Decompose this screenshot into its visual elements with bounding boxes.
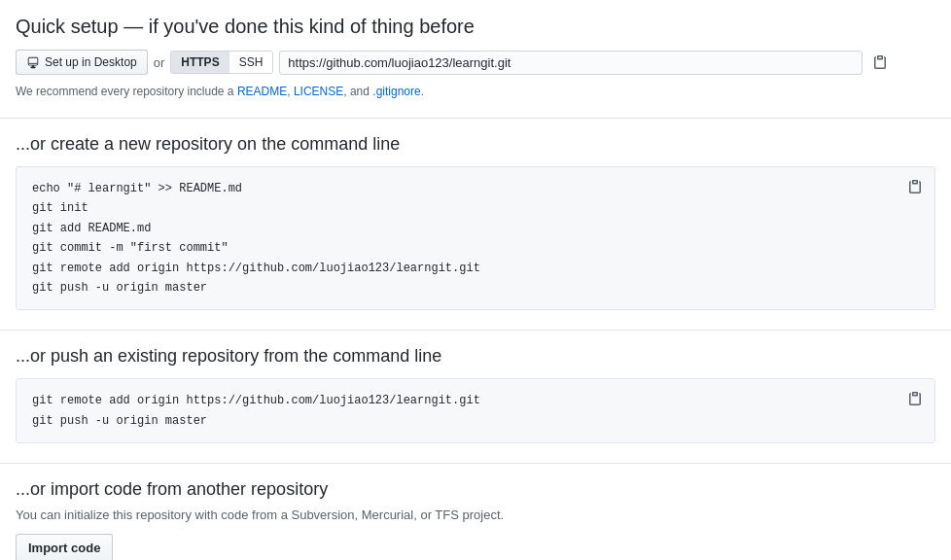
push-existing-section: ...or push an existing repository from t… (0, 331, 951, 464)
import-code-button[interactable]: Import code (16, 534, 113, 560)
create-new-section: ...or create a new repository on the com… (0, 119, 951, 331)
copy-create-new-button[interactable] (903, 175, 927, 201)
copy-push-existing-button[interactable] (903, 387, 927, 413)
repo-url-input[interactable] (288, 55, 854, 70)
push-existing-title: ...or push an existing repository from t… (16, 346, 935, 367)
clipboard-icon-3 (907, 391, 923, 406)
desktop-btn-label: Set up in Desktop (45, 55, 137, 69)
recommend-text: We recommend every repository include a … (16, 85, 935, 98)
setup-desktop-button[interactable]: Set up in Desktop (16, 50, 148, 75)
url-row: Set up in Desktop or HTTPS SSH (16, 50, 935, 75)
create-new-code: echo "# learngit" >> README.md git init … (32, 179, 892, 298)
import-code-section: ...or import code from another repositor… (0, 464, 951, 560)
copy-url-button[interactable] (868, 51, 892, 74)
push-existing-code-block: git remote add origin https://github.com… (16, 378, 935, 443)
and-text: , and (343, 85, 372, 98)
url-input-wrapper (279, 51, 863, 75)
readme-link[interactable]: README (237, 85, 287, 98)
recommend-prefix: We recommend every repository include a (16, 85, 237, 98)
quick-setup-title: Quick setup — if you've done this kind o… (16, 16, 935, 38)
period: . (421, 85, 424, 98)
create-new-title: ...or create a new repository on the com… (16, 134, 935, 155)
desktop-icon (26, 55, 40, 69)
import-title: ...or import code from another repositor… (16, 479, 935, 500)
license-link[interactable]: LICENSE (294, 85, 343, 98)
ssh-button[interactable]: SSH (229, 52, 273, 73)
or-text: or (154, 55, 165, 70)
import-description: You can initialize this repository with … (16, 508, 935, 522)
clipboard-icon-2 (907, 179, 923, 194)
quick-setup-section: Quick setup — if you've done this kind o… (0, 0, 951, 119)
protocol-group: HTTPS SSH (170, 51, 273, 74)
create-new-code-block: echo "# learngit" >> README.md git init … (16, 166, 935, 310)
comma1: , (287, 85, 290, 98)
clipboard-icon (872, 54, 888, 70)
gitignore-link[interactable]: .gitignore (372, 85, 420, 98)
push-existing-code: git remote add origin https://github.com… (32, 391, 892, 431)
https-button[interactable]: HTTPS (171, 52, 229, 73)
